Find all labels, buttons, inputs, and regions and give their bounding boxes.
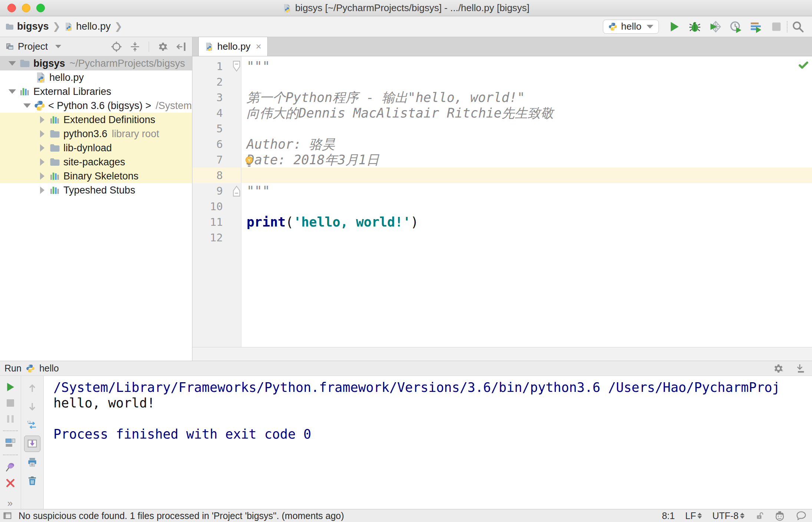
- code-line-content[interactable]: [241, 74, 247, 90]
- clear-button[interactable]: [24, 473, 40, 489]
- intention-bulb-icon[interactable]: [244, 156, 254, 168]
- tree-item-python3.6[interactable]: python3.6library root: [0, 127, 192, 141]
- layout-button[interactable]: [2, 436, 19, 450]
- fold-start-icon[interactable]: [232, 60, 241, 72]
- stop-button[interactable]: [769, 19, 784, 34]
- project-panel-title[interactable]: Project: [18, 41, 48, 52]
- line-number-4[interactable]: 4: [192, 105, 241, 121]
- editor-line-4[interactable]: 4向伟大的Dennis MacAlistair Ritchie先生致敬: [192, 105, 812, 121]
- hide-left-button[interactable]: [175, 40, 188, 53]
- line-number-1[interactable]: 1: [192, 59, 241, 74]
- print-button[interactable]: [24, 454, 40, 470]
- scroll-end-button[interactable]: [24, 436, 40, 452]
- code-line-content[interactable]: """: [241, 59, 270, 74]
- editor-tab-hello-py[interactable]: hello.py ×: [198, 37, 268, 56]
- code-editor[interactable]: 1"""23第一个Python程序 - 输出"hello, world!"4向伟…: [192, 56, 812, 347]
- editor-line-12[interactable]: 12: [192, 230, 812, 245]
- tree-item-typeshed-stubs[interactable]: Typeshed Stubs: [0, 183, 192, 197]
- chevron-collapsed-icon[interactable]: [35, 172, 49, 180]
- concurrency-button[interactable]: [749, 19, 763, 34]
- debug-button[interactable]: [687, 19, 702, 34]
- run-console-output[interactable]: /System/Library/Frameworks/Python.framew…: [44, 376, 812, 509]
- gear-button[interactable]: [772, 362, 785, 375]
- line-separator-widget[interactable]: LF: [685, 511, 702, 521]
- fold-end-icon[interactable]: [232, 185, 241, 197]
- tree-item-lib-dynload[interactable]: lib-dynload: [0, 141, 192, 155]
- chevron-collapsed-icon[interactable]: [35, 158, 49, 166]
- chevron-expanded-icon[interactable]: [20, 103, 34, 108]
- code-line-content[interactable]: 向伟大的Dennis MacAlistair Ritchie先生致敬: [241, 105, 554, 121]
- search-everywhere-button[interactable]: [790, 19, 805, 34]
- editor-horizontal-scrollbar[interactable]: [192, 347, 812, 361]
- tree-item-hello.py[interactable]: hello.py: [0, 70, 192, 85]
- locate-button[interactable]: [110, 40, 123, 53]
- code-line-content[interactable]: 第一个Python程序 - 输出"hello, world!": [241, 90, 525, 105]
- chevron-down-icon[interactable]: [55, 45, 61, 48]
- close-tab-icon[interactable]: ×: [254, 41, 261, 52]
- inspection-ok-icon[interactable]: [798, 59, 809, 70]
- editor-line-8[interactable]: 8: [192, 168, 812, 183]
- run-button[interactable]: [667, 19, 682, 34]
- chevron-collapsed-icon[interactable]: [35, 130, 49, 138]
- gear-button[interactable]: [156, 40, 169, 53]
- line-number-9[interactable]: 9: [192, 183, 241, 199]
- minimize-window-button[interactable]: [22, 4, 30, 12]
- profiler-button[interactable]: [728, 19, 743, 34]
- toolwindow-toggle-icon[interactable]: [3, 511, 12, 520]
- tree-item-extended-definitions[interactable]: Extended Definitions: [0, 113, 192, 127]
- editor-lines[interactable]: 1"""23第一个Python程序 - 输出"hello, world!"4向伟…: [192, 56, 812, 347]
- chevron-collapsed-icon[interactable]: [35, 116, 49, 123]
- editor-line-11[interactable]: 11print('hello, world!'): [192, 214, 812, 230]
- pin-button[interactable]: [2, 460, 19, 474]
- code-line-content[interactable]: [241, 230, 247, 245]
- line-number-8[interactable]: 8: [192, 168, 241, 183]
- tree-item-python-3.6-bigsys[interactable]: < Python 3.6 (bigsys) >/System: [0, 99, 192, 113]
- line-number-10[interactable]: 10: [192, 199, 241, 214]
- tree-item-external-libraries[interactable]: External Libraries: [0, 85, 192, 99]
- pause-button[interactable]: [2, 412, 19, 426]
- stop-square-button[interactable]: [2, 396, 19, 410]
- line-number-12[interactable]: 12: [192, 230, 241, 245]
- more-actions-button[interactable]: »: [7, 498, 13, 509]
- line-number-7[interactable]: 7: [192, 152, 241, 168]
- hide-down-button[interactable]: [793, 362, 806, 375]
- close-window-button[interactable]: [7, 4, 16, 12]
- line-number-11[interactable]: 11: [192, 214, 241, 230]
- code-line-content[interactable]: Author: 骆昊: [241, 136, 335, 152]
- editor-line-1[interactable]: 1""": [192, 59, 812, 74]
- editor-line-5[interactable]: 5: [192, 121, 812, 136]
- line-number-6[interactable]: 6: [192, 136, 241, 152]
- code-line-content[interactable]: [241, 199, 247, 214]
- code-line-content[interactable]: [241, 168, 247, 183]
- highlighting-level-icon[interactable]: [774, 510, 785, 521]
- rerun-button[interactable]: [2, 380, 19, 394]
- code-line-content[interactable]: [241, 121, 247, 136]
- editor-line-3[interactable]: 3第一个Python程序 - 输出"hello, world!": [192, 90, 812, 105]
- restore-layout-button[interactable]: [24, 417, 40, 433]
- encoding-widget[interactable]: UTF-8: [712, 511, 745, 521]
- zoom-window-button[interactable]: [36, 4, 45, 12]
- tree-item-site-packages[interactable]: site-packages: [0, 155, 192, 169]
- chevron-collapsed-icon[interactable]: [35, 144, 49, 152]
- code-line-content[interactable]: """: [241, 183, 270, 199]
- editor-line-10[interactable]: 10: [192, 199, 812, 214]
- close-red-button[interactable]: [2, 476, 19, 490]
- chevron-expanded-icon[interactable]: [5, 61, 19, 66]
- chevron-collapsed-icon[interactable]: [35, 186, 49, 194]
- coverage-button[interactable]: [708, 19, 723, 34]
- code-line-content[interactable]: Date: 2018年3月1日: [241, 152, 379, 168]
- caret-position-widget[interactable]: 8:1: [662, 511, 675, 521]
- down-arrow-button[interactable]: [24, 399, 40, 415]
- chevron-expanded-icon[interactable]: [5, 89, 19, 94]
- editor-line-6[interactable]: 6Author: 骆昊: [192, 136, 812, 152]
- editor-line-2[interactable]: 2: [192, 74, 812, 90]
- line-number-2[interactable]: 2: [192, 74, 241, 90]
- editor-line-9[interactable]: 9""": [192, 183, 812, 199]
- editor-line-7[interactable]: 7Date: 2018年3月1日: [192, 152, 812, 168]
- breadcrumb-item-bigsys[interactable]: bigsys: [5, 21, 49, 32]
- tree-item-bigsys[interactable]: bigsys~/PycharmProjects/bigsys: [0, 56, 192, 70]
- line-number-3[interactable]: 3: [192, 90, 241, 105]
- breadcrumb-item-hello-py[interactable]: hello.py: [64, 21, 110, 32]
- lock-open-icon[interactable]: [755, 511, 764, 520]
- tree-item-binary-skeletons[interactable]: Binary Skeletons: [0, 169, 192, 183]
